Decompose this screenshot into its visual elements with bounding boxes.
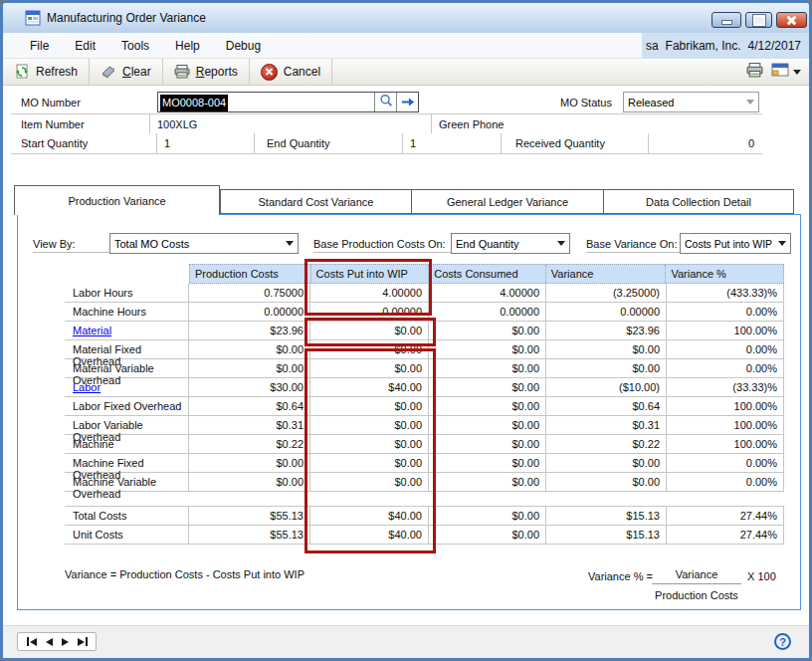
titlebar[interactable]: Manufacturing Order Variance	[3, 3, 809, 34]
base-production-costs-dropdown[interactable]: End Quantity	[451, 233, 570, 254]
cancel-label: Cancel	[284, 65, 320, 79]
cell: 0.00000	[429, 303, 546, 321]
menu-help[interactable]: Help	[162, 35, 213, 57]
received-quantity-label: Received Quantity	[515, 137, 605, 149]
layout-window-icon	[771, 63, 789, 81]
cell: $0.00	[429, 340, 546, 358]
table-header: Production Costs Costs Put into WIP Cost…	[189, 264, 784, 284]
chevron-down-icon	[746, 100, 754, 105]
company-name: Fabrikam, Inc.	[666, 39, 741, 53]
first-record-button[interactable]	[27, 637, 37, 646]
cell: $0.00	[310, 359, 429, 377]
item-description: Green Phone	[439, 118, 504, 130]
cell: $0.00	[310, 416, 429, 434]
mo-number-input[interactable]: MO0008-004	[157, 92, 419, 112]
lookup-button[interactable]	[374, 93, 396, 111]
toolbar: Refresh Clear Re	[3, 59, 809, 86]
eraser-icon	[101, 65, 116, 79]
mo-status-dropdown[interactable]: Released	[623, 92, 759, 112]
cell: 0.00000	[310, 303, 429, 321]
tab-label: Standard Cost Variance	[259, 196, 374, 208]
start-quantity-label: Start Quantity	[21, 137, 88, 149]
tab-production-variance[interactable]: Production Variance	[14, 185, 220, 215]
cell: $40.00	[310, 526, 429, 544]
tab-data-collection-detail[interactable]: Data Collection Detail	[603, 189, 794, 214]
layout-button[interactable]	[771, 63, 801, 81]
variance-table-rows: Labor Hours0.750004.000004.00000(3.25000…	[65, 284, 784, 492]
view-by-dropdown[interactable]: Total MO Costs	[109, 233, 299, 254]
table-row: Labor$30.00$40.00$0.00($10.00)(33.33)%	[65, 378, 784, 397]
cell: $15.13	[546, 507, 667, 525]
refresh-label: Refresh	[36, 65, 78, 79]
base-variance-dropdown[interactable]: Costs Put into WIP	[680, 233, 791, 254]
row-label: Unit Costs	[65, 526, 189, 544]
cell: $0.00	[189, 340, 310, 358]
menu-debug[interactable]: Debug	[213, 35, 274, 57]
go-to-button[interactable]	[396, 93, 418, 111]
minimize-button[interactable]	[711, 12, 741, 28]
cell: 0.00%	[667, 303, 784, 321]
base-variance-value: Costs Put into WIP	[681, 238, 774, 250]
help-button[interactable]: ?	[774, 633, 791, 650]
column-costs-put-into-wip: Costs Put into WIP	[311, 265, 430, 283]
row-link[interactable]: Labor	[65, 378, 189, 396]
cancel-icon	[261, 64, 278, 81]
cell: $0.00	[546, 359, 667, 377]
row-link[interactable]: Material	[65, 322, 189, 339]
tab-label: General Ledger Variance	[447, 196, 568, 208]
reports-button[interactable]: Reports	[163, 59, 250, 85]
tab-label: Production Variance	[68, 195, 165, 207]
cell: $0.22	[189, 435, 310, 453]
variance-table: Production Costs Costs Put into WIP Cost…	[65, 264, 784, 492]
refresh-button[interactable]: Refresh	[3, 59, 90, 85]
cell: $0.00	[429, 526, 546, 544]
menu-edit[interactable]: Edit	[62, 35, 108, 57]
cell: $55.13	[189, 526, 310, 544]
base-production-costs-label: Base Production Costs On:	[313, 238, 446, 250]
cell: 100.00%	[667, 416, 784, 434]
menu-tools[interactable]: Tools	[108, 35, 162, 57]
tab-general-ledger-variance[interactable]: General Ledger Variance	[411, 189, 604, 214]
cell: 0.00%	[667, 454, 784, 472]
mo-status-value: Released	[624, 97, 742, 109]
base-production-costs-value: End Quantity	[452, 238, 553, 250]
cell: $0.00	[310, 340, 429, 358]
last-record-button[interactable]	[78, 637, 88, 646]
close-button[interactable]	[776, 12, 807, 28]
next-record-button[interactable]	[62, 638, 69, 646]
tab-standard-cost-variance[interactable]: Standard Cost Variance	[220, 189, 412, 214]
row-label: Machine	[65, 435, 189, 453]
row-label: Material Fixed Overhead	[65, 340, 189, 358]
cell: 100.00%	[667, 397, 784, 415]
cell: 0.00%	[667, 359, 784, 377]
cell: 0.00%	[667, 340, 784, 358]
row-label: Material Variable Overhead	[65, 359, 189, 377]
cell: $23.96	[189, 322, 310, 339]
maximize-button[interactable]	[745, 12, 772, 28]
start-quantity-value: 1	[164, 137, 170, 149]
previous-record-button[interactable]	[46, 638, 53, 646]
clear-button[interactable]: Clear	[90, 59, 163, 85]
printer-icon	[174, 65, 190, 79]
table-row: Unit Costs$55.13$40.00$0.00$15.1327.44%	[65, 526, 784, 545]
table-row: Material$23.96$0.00$0.00$23.96100.00%	[65, 322, 784, 340]
cell: $0.00	[310, 435, 429, 453]
cancel-button[interactable]: Cancel	[250, 59, 332, 85]
cell: $0.00	[429, 378, 546, 396]
user-id: sa	[646, 39, 659, 53]
record-navigation	[17, 632, 97, 651]
table-row: Total Costs$55.13$40.00$0.00$15.1327.44%	[65, 507, 784, 526]
menu-file[interactable]: File	[17, 35, 62, 57]
cell: (33.33)%	[667, 378, 784, 396]
table-row: Machine$0.22$0.00$0.00$0.22100.00%	[65, 435, 784, 454]
cell: $0.00	[429, 359, 546, 377]
manufacturing-order-variance-window: Manufacturing Order Variance File Edit T…	[0, 0, 812, 661]
print-button[interactable]	[746, 63, 763, 82]
cell: $0.00	[546, 340, 667, 358]
cell: $0.00	[310, 473, 429, 491]
maximize-icon	[753, 15, 765, 26]
cell: $0.00	[429, 416, 546, 434]
statusbar: ?	[3, 625, 809, 659]
cell: 27.44%	[667, 507, 784, 525]
row-label: Machine Variable Overhead	[65, 473, 189, 491]
